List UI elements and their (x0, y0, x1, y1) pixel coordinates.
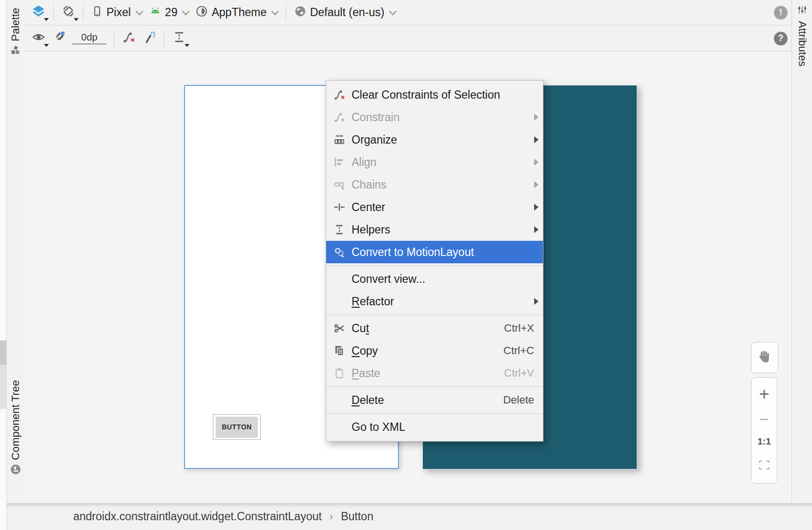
selected-button-widget[interactable]: BUTTON (213, 414, 261, 440)
zoom-100-button[interactable]: 1:1 (757, 436, 770, 447)
zoom-out-button[interactable]: − (759, 413, 769, 425)
button-widget[interactable]: BUTTON (216, 417, 258, 437)
menu-item-chains[interactable]: Chains (326, 173, 543, 196)
breadcrumb-leaf[interactable]: Button (341, 510, 374, 523)
breadcrumb-root[interactable]: androidx.constraintlayout.widget.Constra… (73, 510, 322, 523)
clear-all-constraints-button[interactable] (119, 29, 139, 48)
dropdown-caret-icon (74, 18, 79, 21)
api-level-label: 29 (165, 6, 178, 19)
menu-item-convert-view[interactable]: Convert view... (326, 268, 543, 290)
left-splitter-rail[interactable] (0, 0, 7, 530)
issue-panel-button[interactable]: ! (774, 6, 788, 20)
tab-component-tree[interactable]: Component Tree (7, 380, 24, 477)
menu-item-organize[interactable]: Organize (326, 128, 543, 151)
menu-item-label: Copy (352, 344, 378, 358)
menu-item-align[interactable]: Align (326, 151, 543, 173)
orientation-selector[interactable] (58, 3, 79, 22)
help-badge-label: ? (778, 33, 784, 43)
menu-item-label: Chains (352, 178, 387, 191)
submenu-arrow-icon (534, 298, 539, 305)
chains-icon (332, 178, 347, 191)
pan-hand-icon (757, 349, 772, 366)
breadcrumb-separator-icon: › (330, 510, 333, 523)
submenu-arrow-icon (534, 181, 539, 188)
help-button[interactable]: ? (774, 32, 788, 45)
theme-icon (195, 5, 208, 21)
view-options-button[interactable] (28, 29, 49, 48)
infer-constraints-button[interactable] (139, 29, 160, 48)
menu-item-label: Constrain (352, 111, 399, 124)
menu-shortcut: Ctrl+X (504, 322, 534, 335)
rotate-device-icon (62, 4, 75, 21)
guidelines-button[interactable] (169, 29, 189, 48)
menu-item-label: Helpers (352, 223, 390, 236)
menu-item-delete[interactable]: Delete Delete (326, 389, 543, 411)
submenu-arrow-icon (534, 136, 539, 143)
default-margin-selector[interactable]: 0dp (72, 32, 106, 44)
menu-item-label: Paste (352, 367, 380, 380)
menu-item-label: Clear Constraints of Selection (352, 88, 500, 102)
design-surface-selector[interactable] (28, 3, 49, 22)
menu-item-label: Center (352, 201, 385, 214)
tab-attributes[interactable]: Attributes (793, 4, 811, 66)
api-level-selector[interactable]: 29 (146, 3, 192, 22)
theme-selector[interactable]: AppTheme (192, 3, 281, 22)
left-scrollbar-thumb[interactable] (0, 340, 6, 365)
center-icon (332, 201, 347, 213)
margin-underline (72, 43, 106, 44)
locale-selector-label: Default (en-us) (310, 6, 384, 19)
device-selector[interactable]: Pixel (88, 4, 146, 21)
toolbar-separator (83, 4, 83, 21)
breadcrumb: androidx.constraintlayout.widget.Constra… (7, 503, 812, 530)
device-selector-label: Pixel (106, 6, 131, 19)
zoom-in-button[interactable]: + (759, 387, 769, 402)
autoconnect-toggle[interactable] (49, 29, 69, 48)
tab-palette[interactable]: Palette (7, 8, 24, 58)
menu-shortcut: Delete (503, 394, 534, 406)
error-badge-label: ! (779, 7, 782, 18)
copy-icon (332, 344, 347, 357)
menu-shortcut: Ctrl+V (504, 367, 534, 380)
left-scrollbar-track[interactable] (0, 365, 6, 409)
palette-tab-label: Palette (9, 8, 22, 42)
menu-item-helpers[interactable]: Helpers (326, 218, 543, 241)
chevron-down-icon (389, 7, 397, 15)
helpers-icon (332, 223, 347, 236)
toolbar-separator (286, 4, 286, 21)
design-actions-toolbar: 0dp (24, 26, 791, 51)
clear-constraints-icon (332, 88, 347, 101)
menu-item-convert-to-motionlayout[interactable]: Convert to MotionLayout (326, 241, 543, 263)
menu-item-label: Organize (352, 133, 397, 147)
eye-icon (32, 30, 45, 47)
layers-icon (32, 4, 45, 21)
menu-item-label: Refactor (352, 295, 394, 308)
toolbar-separator (53, 4, 54, 21)
android-icon (149, 5, 162, 21)
organize-icon (332, 133, 347, 146)
menu-item-label: Cut (352, 322, 369, 335)
pan-button[interactable] (751, 342, 778, 373)
locale-selector[interactable]: Default (en-us) (291, 3, 399, 22)
submenu-arrow-icon (534, 114, 539, 121)
palette-icon (10, 45, 21, 58)
menu-item-go-to-xml[interactable]: Go to XML (326, 416, 543, 438)
menu-item-paste[interactable]: Paste Ctrl+V (326, 362, 543, 384)
menu-item-copy[interactable]: Copy Ctrl+C (326, 339, 543, 362)
right-tab-strip: Attributes (791, 0, 812, 503)
zoom-to-fit-button[interactable] (757, 458, 771, 474)
menu-item-clear-constraints[interactable]: Clear Constraints of Selection (326, 84, 543, 106)
component-tree-tab-label: Component Tree (9, 380, 22, 460)
menu-item-constrain[interactable]: Constrain (326, 106, 543, 128)
component-tree-icon (10, 464, 21, 477)
menu-item-refactor[interactable]: Refactor (326, 290, 543, 313)
menu-shortcut: Ctrl+C (503, 344, 534, 357)
zoom-controls-panel: + − 1:1 (751, 377, 777, 484)
magnet-off-icon (52, 30, 66, 47)
menu-item-cut[interactable]: Cut Ctrl+X (326, 317, 543, 339)
theme-selector-label: AppTheme (211, 6, 267, 19)
menu-item-center[interactable]: Center (326, 196, 543, 218)
dropdown-caret-icon (44, 18, 49, 21)
submenu-arrow-icon (534, 226, 539, 233)
globe-icon (294, 5, 307, 21)
chevron-down-icon (271, 7, 279, 15)
